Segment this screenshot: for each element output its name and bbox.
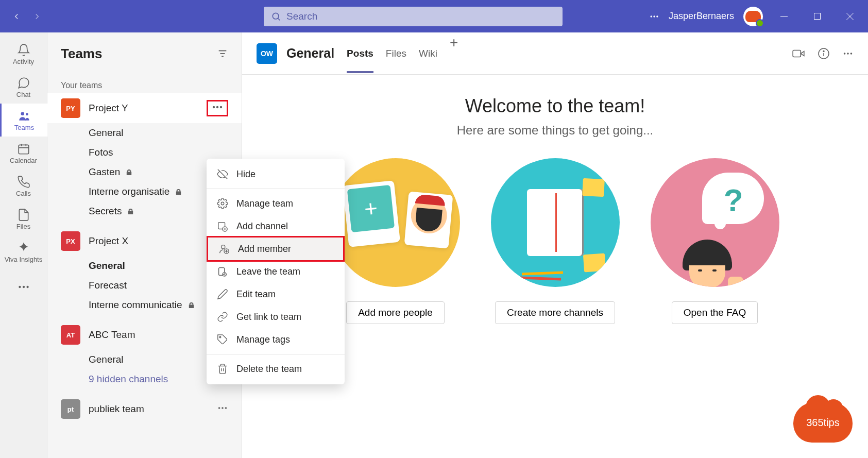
section-label: Your teams xyxy=(47,75,242,93)
open-faq-illustration: ? xyxy=(651,158,779,287)
channel-general[interactable]: General xyxy=(47,123,242,143)
menu-get-link[interactable]: Get link to team xyxy=(207,306,345,328)
maximize-button[interactable] xyxy=(805,6,829,27)
channel-title: General xyxy=(286,46,334,61)
welcome-title: Welcome to the team! xyxy=(263,95,847,117)
svg-point-36 xyxy=(221,202,224,205)
forward-button[interactable] xyxy=(27,6,47,27)
add-people-illustration: + xyxy=(331,158,460,287)
menu-add-channel[interactable]: Add channel xyxy=(207,215,345,238)
svg-point-34 xyxy=(850,53,853,55)
menu-edit-team[interactable]: Edit team xyxy=(207,283,345,306)
card-create-channels: Create more channels xyxy=(491,158,620,324)
channel-header: OW General Posts Files Wiki + xyxy=(242,32,868,75)
svg-marker-28 xyxy=(801,51,804,56)
add-channel-icon xyxy=(217,220,228,232)
team-context-menu: Hide Manage team Add channel Add member … xyxy=(207,159,345,384)
add-member-icon xyxy=(218,243,230,255)
svg-rect-27 xyxy=(793,50,801,57)
rail-files[interactable]: Files xyxy=(0,202,47,235)
svg-point-26 xyxy=(225,407,227,409)
edit-icon xyxy=(217,289,228,300)
username: JasperBernaers xyxy=(669,11,734,22)
team-publiek[interactable]: pt publiek team xyxy=(47,394,242,424)
team-project-y[interactable]: PY Project Y xyxy=(47,93,242,123)
trash-icon xyxy=(217,363,228,375)
svg-point-32 xyxy=(844,53,846,55)
svg-point-17 xyxy=(26,286,28,288)
svg-point-21 xyxy=(213,106,215,108)
svg-point-3 xyxy=(653,15,655,17)
rail-calendar[interactable]: Calendar xyxy=(0,137,47,169)
rail-more[interactable] xyxy=(0,270,47,303)
menu-delete-team[interactable]: Delete the team xyxy=(207,358,345,380)
rail-activity[interactable]: Activity xyxy=(0,38,47,71)
panel-title: Teams xyxy=(61,46,102,62)
team-avatar: PY xyxy=(61,98,80,118)
tab-files[interactable]: Files xyxy=(386,35,406,73)
menu-hide[interactable]: Hide xyxy=(207,163,345,185)
more-icon[interactable] xyxy=(842,48,854,59)
close-button[interactable] xyxy=(838,6,862,27)
card-open-faq: ? Open the FAQ xyxy=(651,158,779,324)
svg-point-22 xyxy=(216,106,218,108)
meet-icon[interactable] xyxy=(792,47,805,60)
create-channels-illustration xyxy=(491,158,620,287)
rail-calls[interactable]: Calls xyxy=(0,169,47,202)
info-icon[interactable] xyxy=(818,47,830,60)
search-input[interactable] xyxy=(286,11,555,22)
search-box[interactable] xyxy=(264,7,563,26)
avatar[interactable] xyxy=(743,7,763,26)
lock-icon: 🔒︎ xyxy=(188,301,195,310)
welcome-subtitle: Here are some things to get going... xyxy=(263,123,847,138)
menu-add-member[interactable]: Add member xyxy=(207,236,345,262)
svg-point-33 xyxy=(847,53,849,55)
svg-point-41 xyxy=(222,245,225,249)
gear-icon xyxy=(217,198,228,209)
rail-teams[interactable]: Teams xyxy=(0,104,47,137)
svg-line-1 xyxy=(278,18,280,20)
app-rail: Activity Chat Teams Calendar Calls Files… xyxy=(0,32,47,458)
team-more-button[interactable] xyxy=(207,100,228,116)
team-avatar: AT xyxy=(61,325,80,345)
title-bar: JasperBernaers xyxy=(0,0,868,32)
svg-point-23 xyxy=(220,106,222,108)
rail-viva-insights[interactable]: Viva Insights xyxy=(0,235,47,268)
svg-point-47 xyxy=(219,336,221,338)
svg-point-4 xyxy=(656,15,658,17)
create-channels-button[interactable]: Create more channels xyxy=(495,301,615,324)
lock-icon: 🔒︎ xyxy=(175,188,182,196)
more-icon[interactable] xyxy=(649,11,659,22)
card-add-people: + Add more people xyxy=(331,158,460,324)
add-people-button[interactable]: Add more people xyxy=(346,301,445,324)
add-tab-button[interactable]: + xyxy=(450,35,458,73)
svg-point-31 xyxy=(823,50,824,52)
link-icon xyxy=(217,311,228,323)
svg-rect-6 xyxy=(814,13,820,20)
svg-rect-11 xyxy=(19,145,29,154)
svg-point-10 xyxy=(26,113,28,115)
back-button[interactable] xyxy=(6,6,27,27)
hide-icon xyxy=(217,168,228,180)
rail-chat[interactable]: Chat xyxy=(0,71,47,104)
open-faq-button[interactable]: Open the FAQ xyxy=(672,301,758,324)
tab-posts[interactable]: Posts xyxy=(347,35,373,73)
team-avatar: PX xyxy=(61,231,80,251)
team-badge: OW xyxy=(257,43,277,64)
svg-point-24 xyxy=(218,407,220,409)
svg-line-35 xyxy=(218,169,227,179)
minimize-button[interactable] xyxy=(772,6,796,27)
filter-icon[interactable] xyxy=(217,48,228,59)
team-avatar: pt xyxy=(61,399,80,419)
menu-leave-team[interactable]: Leave the team xyxy=(207,260,345,283)
lock-icon: 🔒︎ xyxy=(125,168,133,177)
lock-icon: 🔒︎ xyxy=(127,207,134,216)
svg-point-0 xyxy=(273,13,279,19)
svg-point-25 xyxy=(222,407,224,409)
menu-manage-tags[interactable]: Manage tags xyxy=(207,328,345,351)
presence-indicator xyxy=(756,19,764,27)
menu-manage-team[interactable]: Manage team xyxy=(207,192,345,215)
tab-wiki[interactable]: Wiki xyxy=(419,35,437,73)
365tips-logo: 365tips xyxy=(793,402,853,443)
team-more-button[interactable] xyxy=(217,403,228,415)
